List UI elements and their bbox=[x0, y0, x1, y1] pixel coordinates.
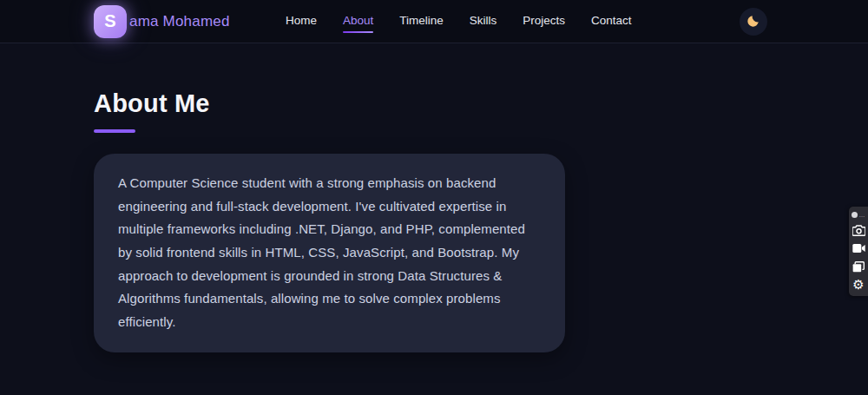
ellipsis-icon: … bbox=[859, 212, 866, 218]
nav-link-skills[interactable]: Skills bbox=[470, 10, 497, 33]
nav-link-projects[interactable]: Projects bbox=[523, 10, 565, 33]
settings-button[interactable]: ⚙ bbox=[851, 278, 866, 292]
about-paragraph: A Computer Science student with a strong… bbox=[118, 172, 541, 334]
main-nav: Home About Timeline Skills Projects Cont… bbox=[286, 10, 632, 33]
record-video-button[interactable] bbox=[851, 241, 866, 255]
theme-toggle-button[interactable] bbox=[740, 8, 767, 36]
extension-toolbar: … ⚙ bbox=[849, 207, 868, 296]
extension-logo-icon bbox=[852, 212, 858, 218]
about-section: About Me A Computer Science student with… bbox=[0, 43, 868, 352]
copy-capture-button[interactable] bbox=[851, 260, 866, 273]
moon-icon bbox=[746, 14, 760, 29]
extension-toolbar-handle[interactable]: … bbox=[852, 210, 866, 219]
camera-icon bbox=[852, 225, 865, 236]
nav-link-home[interactable]: Home bbox=[286, 10, 317, 33]
brand-name: ama Mohamed bbox=[129, 13, 230, 30]
video-camera-icon bbox=[852, 243, 865, 253]
page-title: About Me bbox=[94, 89, 868, 118]
nav-link-about[interactable]: About bbox=[343, 10, 373, 33]
title-underline bbox=[94, 129, 135, 133]
brand-logo-letter: S bbox=[104, 11, 115, 31]
copy-icon bbox=[852, 261, 865, 273]
gear-icon: ⚙ bbox=[852, 279, 864, 292]
screenshot-camera-button[interactable] bbox=[851, 223, 866, 237]
navbar: S ama Mohamed Home About Timeline Skills… bbox=[0, 0, 868, 43]
nav-link-contact[interactable]: Contact bbox=[591, 10, 632, 33]
brand-logo: S bbox=[94, 5, 127, 38]
nav-link-timeline[interactable]: Timeline bbox=[399, 10, 444, 33]
brand[interactable]: S ama Mohamed bbox=[94, 5, 230, 38]
about-card: A Computer Science student with a strong… bbox=[94, 154, 565, 352]
